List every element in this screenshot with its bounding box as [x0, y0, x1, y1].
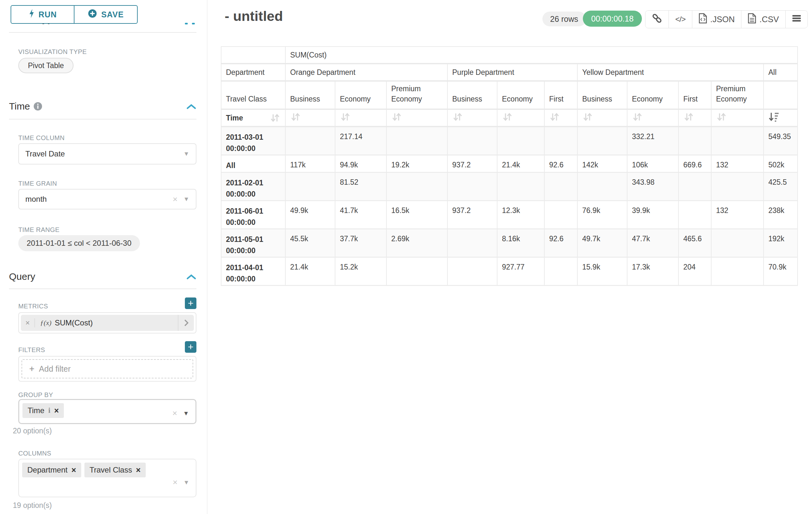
data-cell: 8.16k — [497, 229, 545, 258]
row-dimension-label: Time — [226, 114, 243, 123]
time-range-pill[interactable]: 2011-01-01 ≤ col < 2011-06-30 — [18, 235, 140, 251]
data-cell — [679, 173, 712, 201]
data-cell: 937.2 — [448, 156, 497, 173]
department-group-header: Purple Department — [448, 64, 578, 82]
sort-icon[interactable] — [549, 112, 560, 122]
chevron-down-icon[interactable]: ▼ — [183, 196, 190, 203]
remove-tag-icon[interactable]: × — [71, 465, 76, 475]
department-group-header: Yellow Department — [578, 64, 764, 82]
sort-icon[interactable] — [683, 112, 694, 122]
dimension-tag[interactable]: Timei× — [23, 403, 64, 418]
time-section-collapse-chevron[interactable] — [186, 104, 196, 111]
sort-icon[interactable] — [391, 112, 402, 122]
export-json-button[interactable]: .JSON — [692, 10, 742, 28]
data-cell — [286, 173, 336, 201]
sort-icon[interactable] — [340, 112, 351, 122]
data-cell — [679, 127, 712, 156]
chevron-down-icon[interactable]: ▼ — [183, 150, 190, 157]
add-filter-plus-button[interactable]: + — [185, 341, 196, 353]
dimension-tag[interactable]: Travel Class× — [84, 463, 146, 477]
columns-select[interactable]: Department×Travel Class× × ▼ — [18, 459, 196, 497]
query-section-collapse-chevron[interactable] — [186, 274, 196, 281]
sort-icon[interactable] — [632, 112, 643, 122]
travel-class-header: Premium Economy — [387, 82, 448, 110]
chevron-right-icon[interactable] — [178, 315, 194, 331]
travel-class-header: Business — [286, 82, 336, 110]
data-cell — [712, 127, 764, 156]
data-cell: 19.2k — [387, 156, 448, 173]
sort-icon[interactable] — [290, 112, 301, 122]
clear-icon[interactable]: × — [173, 194, 177, 204]
remove-metric-icon[interactable]: × — [21, 318, 35, 327]
row-label: 2011-03-01 00:00:00 — [222, 127, 286, 156]
save-button[interactable]: SAVE — [74, 5, 138, 24]
data-cell — [497, 127, 545, 156]
sort-cell — [497, 110, 545, 127]
travel-class-header: Business — [448, 82, 497, 110]
data-cell: 106k — [628, 156, 679, 173]
data-cell: 217.14 — [336, 127, 387, 156]
query-timer-badge: 00:00:00.18 — [583, 10, 642, 27]
sort-active-icon[interactable] — [768, 112, 779, 122]
table-row: 2011-02-01 00:00:0081.52343.98425.5 — [222, 173, 798, 201]
view-query-button[interactable]: </> — [669, 10, 692, 28]
remove-tag-icon[interactable]: × — [54, 406, 59, 415]
pivot-corner-cell — [222, 47, 286, 64]
remove-tag-icon[interactable]: × — [136, 465, 141, 475]
run-button[interactable]: RUN — [10, 5, 74, 24]
export-csv-button[interactable]: .CSV — [742, 10, 786, 28]
clear-icon[interactable]: × — [173, 477, 177, 487]
metric-pill[interactable]: × ƒ(x) SUM(Cost) — [21, 315, 194, 331]
columns-label: COLUMNS — [18, 450, 51, 457]
sort-icon[interactable] — [716, 112, 727, 122]
add-metric-button[interactable]: + — [185, 297, 196, 309]
data-cell — [448, 229, 497, 258]
time-grain-select[interactable]: month × ▼ — [18, 189, 196, 210]
chevron-down-icon[interactable]: ▼ — [183, 410, 189, 417]
clear-icon[interactable]: × — [172, 408, 177, 418]
data-cell — [545, 201, 578, 229]
dimension-tag[interactable]: Department× — [22, 463, 81, 477]
data-cell: 502k — [764, 156, 798, 173]
travel-class-dimension-label: Travel Class — [222, 82, 286, 110]
section-divider — [9, 32, 196, 33]
sort-cell — [764, 110, 798, 127]
sort-icon[interactable] — [269, 113, 281, 123]
data-cell: 238k — [764, 201, 798, 229]
data-cell — [578, 173, 628, 201]
travel-class-header: Economy — [497, 82, 545, 110]
section-divider — [9, 119, 196, 119]
data-cell — [545, 127, 578, 156]
data-cell: 2.69k — [387, 229, 448, 258]
time-range-label: TIME RANGE — [18, 226, 59, 234]
sort-icon[interactable] — [452, 112, 463, 122]
tag-label: Time — [28, 406, 44, 415]
chart-title[interactable]: - untitled — [225, 8, 283, 24]
visualization-type-pill[interactable]: Pivot Table — [18, 58, 74, 73]
chart-type-collapse-chevron[interactable] — [185, 23, 195, 24]
travel-class-header: Economy — [336, 82, 387, 110]
data-cell — [448, 258, 497, 286]
plus-icon: + — [29, 364, 34, 374]
sort-icon[interactable] — [502, 112, 513, 122]
filters-label: FILTERS — [18, 346, 45, 354]
data-cell: 332.21 — [628, 127, 679, 156]
group-by-label: GROUP BY — [18, 391, 53, 399]
data-cell: 16.5k — [387, 201, 448, 229]
group-by-select[interactable]: Timei× × ▼ — [18, 399, 196, 424]
data-cell: 343.98 — [628, 173, 679, 201]
add-filter-dropzone[interactable]: + Add filter — [22, 359, 193, 378]
copy-link-button[interactable] — [645, 10, 669, 28]
data-cell: 92.6 — [545, 229, 578, 258]
data-cell: 39.9k — [628, 201, 679, 229]
code-icon: </> — [675, 15, 686, 24]
sort-icon[interactable] — [582, 112, 593, 122]
menu-button[interactable] — [786, 10, 808, 28]
data-cell — [286, 127, 336, 156]
chevron-down-icon[interactable]: ▼ — [183, 479, 190, 486]
data-cell: 41.7k — [336, 201, 387, 229]
time-column-select[interactable]: Travel Date ▼ — [18, 143, 196, 164]
data-cell: 47.7k — [628, 229, 679, 258]
time-row-header: Time — [222, 110, 286, 127]
data-cell: 15.9k — [578, 258, 628, 286]
